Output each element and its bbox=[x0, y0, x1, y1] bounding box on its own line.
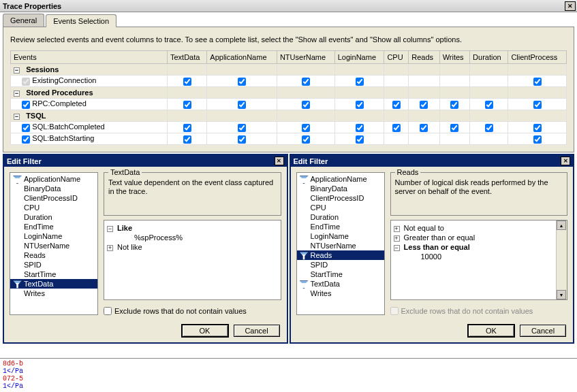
column-header[interactable]: Writes bbox=[439, 51, 469, 64]
column-checkbox[interactable] bbox=[183, 135, 191, 144]
field-item[interactable]: CPU bbox=[297, 203, 384, 212]
column-checkbox[interactable] bbox=[356, 101, 364, 109]
field-item[interactable]: Writes bbox=[10, 289, 97, 298]
field-item[interactable]: Reads bbox=[297, 250, 384, 260]
field-list[interactable]: ApplicationNameBinaryDataClientProcessID… bbox=[296, 172, 385, 315]
column-checkbox[interactable] bbox=[302, 124, 310, 132]
column-checkbox[interactable] bbox=[485, 124, 493, 132]
category-row[interactable]: − TSQL bbox=[11, 110, 168, 122]
field-item[interactable]: Duration bbox=[10, 212, 97, 222]
column-checkbox[interactable] bbox=[183, 101, 191, 109]
field-item[interactable]: SPID bbox=[10, 260, 97, 270]
scrollbar[interactable]: ▲ ▼ bbox=[556, 220, 567, 299]
field-item[interactable]: ApplicationName bbox=[297, 174, 384, 184]
column-header[interactable]: Duration bbox=[470, 51, 508, 64]
column-checkbox[interactable] bbox=[356, 124, 364, 132]
collapse-icon[interactable]: − bbox=[14, 114, 20, 120]
criteria-value[interactable]: %spProcess% bbox=[107, 233, 278, 242]
event-row[interactable]: RPC:Completed bbox=[11, 99, 168, 110]
close-icon[interactable]: ✕ bbox=[565, 1, 576, 11]
event-checkbox[interactable] bbox=[22, 78, 30, 86]
field-item[interactable]: TextData bbox=[297, 279, 384, 289]
field-item[interactable]: ClientProcessID bbox=[10, 193, 97, 203]
column-checkbox[interactable] bbox=[183, 124, 191, 132]
column-header[interactable]: Reads bbox=[409, 51, 439, 64]
event-row[interactable]: ExistingConnection bbox=[11, 76, 168, 87]
column-header[interactable]: ApplicationName bbox=[207, 51, 277, 64]
column-header[interactable]: ClientProcess bbox=[508, 51, 567, 64]
column-checkbox[interactable] bbox=[238, 78, 246, 86]
column-checkbox[interactable] bbox=[392, 101, 401, 109]
field-item[interactable]: BinaryData bbox=[297, 184, 384, 193]
tab-events-selection[interactable]: Events Selection bbox=[46, 14, 116, 27]
column-checkbox[interactable] bbox=[356, 135, 364, 144]
column-checkbox[interactable] bbox=[392, 124, 401, 132]
column-checkbox[interactable] bbox=[420, 101, 428, 109]
field-item[interactable]: SPID bbox=[297, 260, 384, 270]
column-header[interactable]: NTUserName bbox=[277, 51, 334, 64]
ok-button[interactable]: OK bbox=[468, 325, 514, 337]
category-row[interactable]: − Sessions bbox=[11, 64, 168, 76]
criteria-tree[interactable]: − Like %spProcess% + Not like bbox=[104, 220, 281, 300]
field-item[interactable]: EndTime bbox=[10, 222, 97, 231]
event-checkbox[interactable] bbox=[22, 124, 30, 132]
field-item[interactable]: EndTime bbox=[297, 222, 384, 231]
scroll-down-icon[interactable]: ▼ bbox=[557, 290, 566, 299]
column-checkbox[interactable] bbox=[238, 135, 246, 144]
close-icon[interactable]: ✕ bbox=[561, 157, 570, 165]
field-item[interactable]: TextData bbox=[10, 279, 97, 289]
field-item[interactable]: Duration bbox=[297, 212, 384, 222]
field-item[interactable]: Writes bbox=[297, 289, 384, 298]
column-checkbox[interactable] bbox=[420, 124, 428, 132]
collapse-icon[interactable]: − bbox=[14, 91, 20, 97]
column-checkbox[interactable] bbox=[302, 135, 310, 144]
event-row[interactable]: SQL:BatchCompleted bbox=[11, 122, 168, 133]
column-checkbox[interactable] bbox=[238, 124, 246, 132]
field-item[interactable]: StartTime bbox=[297, 270, 384, 279]
field-item[interactable]: ClientProcessID bbox=[297, 193, 384, 203]
column-checkbox[interactable] bbox=[356, 78, 364, 86]
cancel-button[interactable]: Cancel bbox=[520, 325, 566, 337]
field-item[interactable]: BinaryData bbox=[10, 184, 97, 193]
column-checkbox[interactable] bbox=[302, 101, 310, 109]
event-row[interactable]: SQL:BatchStarting bbox=[11, 133, 168, 145]
tab-general[interactable]: General bbox=[3, 14, 44, 27]
column-checkbox[interactable] bbox=[302, 78, 310, 86]
field-item[interactable]: LoginName bbox=[297, 231, 384, 241]
criteria-tree[interactable]: ▲ ▼ + Not equal to + Greater than or equ… bbox=[390, 220, 568, 300]
close-icon[interactable]: ✕ bbox=[275, 157, 284, 165]
collapse-icon[interactable]: − bbox=[14, 67, 20, 74]
column-checkbox[interactable] bbox=[183, 78, 191, 86]
column-checkbox[interactable] bbox=[485, 101, 493, 109]
column-header[interactable]: LoginName bbox=[334, 51, 384, 64]
column-checkbox[interactable] bbox=[533, 101, 542, 109]
expand-icon[interactable]: + bbox=[107, 245, 113, 251]
column-checkbox[interactable] bbox=[533, 124, 542, 132]
field-item[interactable]: NTUserName bbox=[10, 241, 97, 250]
column-checkbox[interactable] bbox=[238, 101, 246, 109]
expand-icon[interactable]: + bbox=[394, 235, 400, 242]
field-item[interactable]: NTUserName bbox=[297, 241, 384, 250]
criteria-value[interactable]: 10000 bbox=[394, 252, 565, 261]
field-item[interactable]: LoginName bbox=[10, 231, 97, 241]
field-item[interactable]: Reads bbox=[10, 250, 97, 260]
field-item[interactable]: StartTime bbox=[10, 270, 97, 279]
event-checkbox[interactable] bbox=[22, 101, 30, 109]
column-header[interactable]: Events bbox=[11, 51, 168, 64]
ok-button[interactable]: OK bbox=[182, 325, 228, 337]
cancel-button[interactable]: Cancel bbox=[234, 325, 280, 337]
category-row[interactable]: − Stored Procedures bbox=[11, 87, 168, 99]
column-checkbox[interactable] bbox=[450, 101, 458, 109]
scroll-up-icon[interactable]: ▲ bbox=[557, 220, 566, 230]
field-item[interactable]: CPU bbox=[10, 203, 97, 212]
column-header[interactable]: TextData bbox=[168, 51, 207, 64]
column-checkbox[interactable] bbox=[533, 135, 542, 144]
field-item[interactable]: ApplicationName bbox=[10, 174, 97, 184]
collapse-icon[interactable]: − bbox=[394, 245, 400, 251]
exclude-checkbox[interactable] bbox=[104, 307, 112, 315]
expand-icon[interactable]: + bbox=[394, 226, 400, 232]
collapse-icon[interactable]: − bbox=[107, 226, 113, 232]
event-checkbox[interactable] bbox=[22, 135, 30, 144]
column-header[interactable]: CPU bbox=[384, 51, 409, 64]
column-checkbox[interactable] bbox=[450, 124, 458, 132]
